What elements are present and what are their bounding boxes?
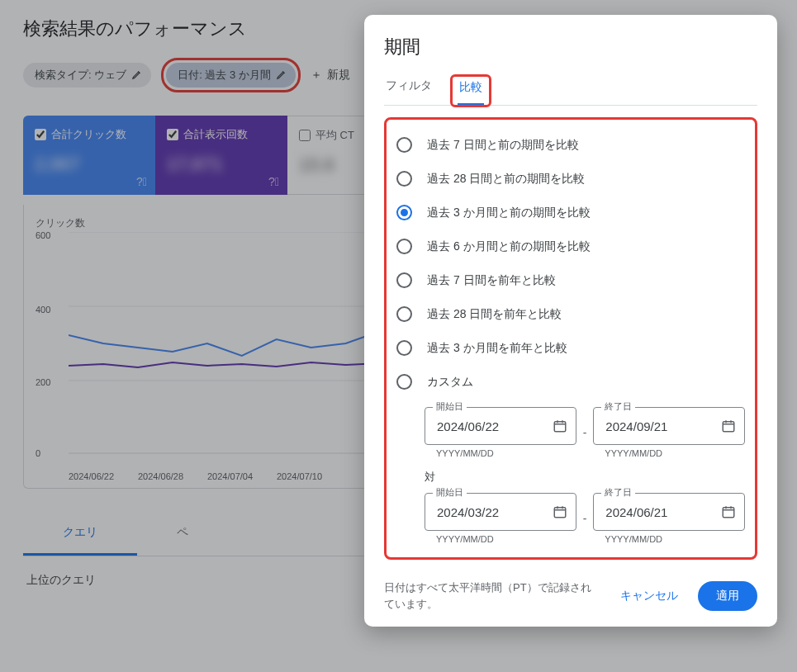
compare-option[interactable]: 過去 28 日間を前年と比較 — [396, 297, 745, 331]
option-label: 過去 3 か月間を前年と比較 — [427, 341, 567, 356]
radio-icon — [396, 306, 412, 322]
radio-icon — [396, 137, 412, 153]
radio-icon — [396, 374, 412, 390]
date-range-1: 開始日 2024/06/22 YYYY/MM/DD - 終了日 2024/09/… — [425, 407, 745, 458]
option-label: 過去 7 日間と前の期間を比較 — [427, 138, 579, 153]
option-label: 過去 28 日間を前年と比較 — [427, 307, 562, 322]
dash: - — [583, 512, 587, 525]
radio-icon — [396, 340, 412, 356]
vs-label: 対 — [425, 470, 745, 485]
dash: - — [583, 426, 587, 439]
radio-icon — [396, 171, 412, 187]
highlight-compare-tab: 比較 — [450, 74, 491, 107]
svg-rect-4 — [554, 422, 566, 432]
date-range-modal: 期間 フィルタ 比較 過去 7 日間と前の期間を比較過去 28 日間と前の期間を… — [364, 15, 777, 627]
option-label: 過去 7 日間を前年と比較 — [427, 273, 556, 288]
tab-compare[interactable]: 比較 — [458, 80, 484, 105]
modal-tabs: フィルタ 比較 — [384, 74, 757, 106]
option-label: 過去 28 日間と前の期間を比較 — [427, 172, 585, 187]
compare-option[interactable]: 過去 3 か月間と前の期間を比較 — [396, 196, 745, 230]
radio-icon — [396, 239, 412, 254]
option-label: 過去 6 か月間と前の期間を比較 — [427, 239, 591, 254]
calendar-icon — [553, 419, 567, 433]
svg-rect-5 — [723, 422, 734, 432]
svg-rect-6 — [554, 508, 566, 518]
calendar-icon — [721, 419, 736, 433]
svg-rect-7 — [723, 508, 734, 518]
compare-option[interactable]: 過去 7 日間と前の期間を比較 — [396, 128, 745, 162]
start-date-field[interactable]: 開始日 2024/06/22 YYYY/MM/DD — [425, 407, 576, 458]
radio-icon — [396, 205, 412, 220]
option-label: 過去 3 か月間と前の期間を比較 — [427, 206, 591, 220]
modal-title: 期間 — [384, 35, 757, 59]
calendar-icon — [721, 504, 736, 519]
option-label: カスタム — [427, 375, 473, 390]
tab-filter[interactable]: フィルタ — [384, 78, 434, 102]
compare-option[interactable]: 過去 28 日間と前の期間を比較 — [396, 162, 745, 196]
apply-button[interactable]: 適用 — [698, 581, 757, 611]
compare-option[interactable]: 過去 6 か月間と前の期間を比較 — [396, 230, 745, 263]
highlight-options: 過去 7 日間と前の期間を比較過去 28 日間と前の期間を比較過去 3 か月間と… — [384, 117, 757, 560]
radio-icon — [396, 272, 412, 288]
modal-footer: 日付はすべて太平洋時間（PT）で記録されています。 キャンセル 適用 — [384, 580, 757, 612]
compare-option[interactable]: カスタム — [396, 365, 745, 399]
compare-option[interactable]: 過去 7 日間を前年と比較 — [396, 263, 745, 297]
compare-option[interactable]: 過去 3 か月間を前年と比較 — [396, 331, 745, 365]
end-date-field[interactable]: 終了日 2024/06/21 YYYY/MM/DD — [593, 493, 745, 544]
cancel-button[interactable]: キャンセル — [610, 582, 688, 610]
start-date-field[interactable]: 開始日 2024/03/22 YYYY/MM/DD — [425, 493, 576, 544]
calendar-icon — [553, 504, 567, 519]
end-date-field[interactable]: 終了日 2024/09/21 YYYY/MM/DD — [593, 407, 745, 458]
date-range-2: 開始日 2024/03/22 YYYY/MM/DD - 終了日 2024/06/… — [425, 493, 745, 544]
timezone-note: 日付はすべて太平洋時間（PT）で記録されています。 — [384, 580, 600, 612]
